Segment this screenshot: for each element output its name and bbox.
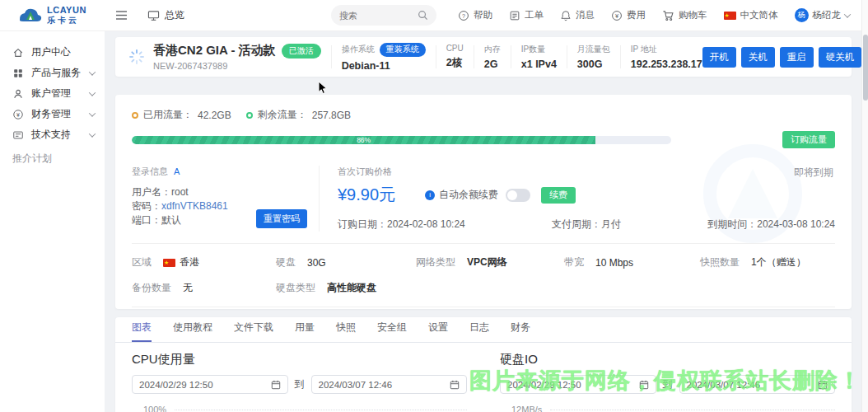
- disk-date-to-input[interactable]: [679, 375, 836, 394]
- nav-cart[interactable]: 购物车: [662, 9, 707, 21]
- calendar-icon: [818, 380, 828, 390]
- sidebar-item-finance[interactable]: ¥ 财务管理: [0, 104, 105, 124]
- cpu-date-from-input[interactable]: [132, 375, 288, 394]
- renew-button[interactable]: 续费: [541, 187, 576, 204]
- nav-messages[interactable]: 消息: [560, 9, 595, 21]
- backup-count-value: 无: [183, 281, 193, 295]
- status-badge: 已激活: [282, 44, 321, 59]
- price-value: ¥9.90元: [338, 184, 395, 206]
- auto-renew-toggle[interactable]: [506, 189, 530, 202]
- tab-usage[interactable]: 用量: [295, 321, 315, 342]
- expiring-soon-badge: 即将到期: [794, 166, 833, 180]
- detail-row-2: 备份数量无 硬盘类型高性能硬盘: [132, 281, 835, 295]
- chevron-down-icon: [89, 110, 96, 116]
- language-switcher[interactable]: ★ 中文简体: [724, 9, 778, 21]
- tab-settings[interactable]: 设置: [428, 321, 448, 342]
- cpu-chart-title: CPU使用量: [132, 352, 467, 368]
- nav-ticket[interactable]: 工单: [509, 9, 544, 21]
- search-input-wrap[interactable]: [331, 5, 436, 26]
- calendar-icon: [271, 380, 281, 390]
- tab-bar: 图表 使用教程 文件下载 用量 快照 安全组 设置 日志 财务: [115, 317, 852, 343]
- auto-renew-label: 自动余额续费: [439, 188, 498, 202]
- login-password: xdfnVTKB8461: [161, 200, 228, 212]
- expire-time: 2024-03-08 10:24: [757, 218, 835, 230]
- monitor-icon: [147, 10, 160, 21]
- login-port: 默认: [161, 214, 181, 226]
- tab-logs[interactable]: 日志: [469, 321, 489, 342]
- finance-icon: ¥: [12, 109, 24, 120]
- traffic-progress-fill: 86%: [132, 136, 595, 144]
- region-value: 香港: [180, 255, 199, 269]
- shutdown-button[interactable]: 关机: [741, 47, 775, 68]
- chevron-down-icon: [89, 68, 96, 75]
- remaining-traffic-value: 257.8GB: [312, 110, 351, 121]
- hard-shutdown-button[interactable]: 硬关机: [819, 47, 861, 68]
- sidebar-item-user-center[interactable]: 用户中心: [0, 42, 105, 63]
- cart-icon: [662, 10, 674, 21]
- spec-ip-count: IP数量 x1 IPv4: [521, 44, 557, 70]
- sidebar-item-referral[interactable]: 推介计划: [0, 145, 105, 166]
- spec-traffic-plan: 月流量包 300G: [577, 44, 610, 70]
- traffic-legend: 已用流量：42.2GB 剩余流量：257.8GB: [132, 108, 835, 122]
- scrollbar-thumb[interactable]: [863, 35, 868, 101]
- nav-billing[interactable]: ¥ 费用: [611, 9, 646, 21]
- tab-downloads[interactable]: 文件下载: [234, 321, 273, 342]
- support-icon: [12, 129, 24, 141]
- grid-icon: [12, 68, 24, 79]
- tab-finance[interactable]: 财务: [511, 321, 530, 342]
- work-order-icon: [509, 10, 520, 21]
- order-date: 2024-02-08 10:24: [387, 218, 465, 230]
- username: 杨绍龙: [813, 9, 842, 21]
- svg-text:?: ?: [462, 12, 465, 18]
- app-logo[interactable]: LCAYUN 乐卡云: [0, 6, 107, 25]
- login-info-link[interactable]: A: [174, 166, 180, 176]
- reset-password-button[interactable]: 重置密码: [256, 209, 307, 228]
- tab-security-group[interactable]: 安全组: [377, 321, 407, 342]
- traffic-progress-bar: 86%: [132, 136, 671, 144]
- logo-subtext: 乐卡云: [47, 16, 86, 25]
- spec-cpu: CPU 2核: [446, 44, 464, 70]
- avatar: 杨: [795, 8, 809, 22]
- reboot-button[interactable]: 重启: [780, 47, 814, 68]
- tab-charts[interactable]: 图表: [132, 321, 152, 342]
- server-header-card: 香港CN2 GIA - 活动款 已激活 NEW-2067437989 操作系统 …: [115, 37, 852, 77]
- cpu-date-to-input[interactable]: [311, 375, 468, 394]
- page-scrollbar[interactable]: [861, 0, 868, 412]
- sidebar-toggle-icon[interactable]: [115, 10, 128, 21]
- login-username: root: [171, 186, 189, 198]
- spec-ip-address: IP 地址 192.253.238.17: [631, 44, 702, 70]
- svg-text:¥: ¥: [615, 12, 619, 19]
- network-type-value: VPC网络: [467, 255, 507, 269]
- tab-snapshots[interactable]: 快照: [336, 321, 356, 342]
- info-icon: i: [425, 190, 435, 200]
- tab-overview[interactable]: 总览: [147, 8, 184, 22]
- tab-tutorials[interactable]: 使用教程: [173, 321, 212, 342]
- order-traffic-button[interactable]: 订购流量: [782, 131, 835, 148]
- used-traffic-value: 42.2GB: [198, 110, 231, 121]
- fee-icon: ¥: [611, 10, 623, 21]
- disk-y-axis-top-label: 12MB/s: [511, 405, 542, 412]
- user-menu[interactable]: 杨 杨绍龙: [795, 8, 851, 22]
- disk-type-value: 高性能硬盘: [327, 281, 376, 295]
- chevron-down-icon: [89, 130, 96, 137]
- nav-help[interactable]: ? 帮助: [458, 9, 492, 21]
- sidebar-item-products[interactable]: 产品与服务: [0, 63, 105, 83]
- user-icon: [12, 88, 24, 100]
- disk-size-value: 30G: [307, 257, 326, 269]
- bandwidth-value: 10 Mbps: [595, 257, 633, 269]
- reinstall-os-button[interactable]: 重装系统: [380, 43, 426, 57]
- detail-row-1: 区域 ★香港 硬盘30G 网络类型VPC网络 带宽10 Mbps 快照数量1个（…: [132, 255, 835, 269]
- logo-icon: [18, 7, 43, 25]
- sidebar-item-support[interactable]: 技术支持: [0, 124, 105, 145]
- server-title: 香港CN2 GIA - 活动款: [153, 43, 276, 59]
- search-icon[interactable]: [418, 10, 428, 21]
- chevron-down-icon: [89, 89, 96, 96]
- power-on-button[interactable]: 开机: [702, 47, 736, 68]
- help-icon: ?: [458, 10, 469, 21]
- logo-text: LCAYUN: [47, 6, 86, 15]
- home-icon: [12, 47, 24, 59]
- search-input[interactable]: [339, 11, 418, 21]
- sidebar-item-account[interactable]: 账户管理: [0, 83, 105, 104]
- login-info-section: 登录信息 A 用户名：root 密码：xdfnVTKB8461 端口：默认 重置…: [132, 166, 320, 232]
- disk-date-from-input[interactable]: [500, 375, 656, 394]
